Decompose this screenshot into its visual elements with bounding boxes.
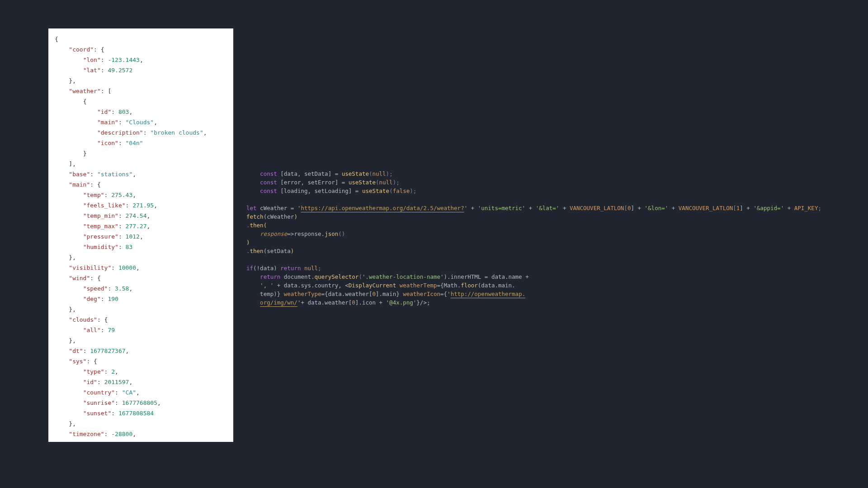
code-editor-panel: const [data, setData] = useState(null); … xyxy=(246,169,843,307)
json-content[interactable]: { "coord": { "lon": -123.1443, "lat": 49… xyxy=(55,34,230,439)
code-content[interactable]: const [data, setData] = useState(null); … xyxy=(246,169,843,307)
json-response-panel: { "coord": { "lon": -123.1443, "lat": 49… xyxy=(48,28,233,442)
